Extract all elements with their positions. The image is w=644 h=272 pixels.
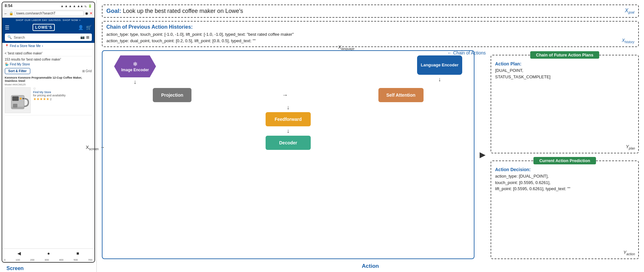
search-input[interactable]: 🔍 Search 📷 ▦ [5, 34, 92, 41]
signal-icon: ▲▲ [77, 4, 83, 8]
bottom-section: Xlanguage ← Chain of Actions Xscreen → ❄… [102, 50, 639, 259]
image-encoder-node: ❄ Image Encoder [114, 55, 156, 77]
future-action-box: Chain of Future Action Plans Action Plan… [491, 55, 639, 153]
search-results-content: < 'best rated coffee maker' 153 results … [2, 49, 94, 248]
chevron-right-icon: › [42, 44, 43, 48]
x-language-label: Xlanguage [338, 44, 355, 51]
screen-label: Screen [6, 266, 24, 271]
future-content-text: [DUAL_POINT,STATUS_TASK_COMPLETE] [495, 67, 634, 80]
svg-point-4 [20, 98, 22, 100]
results-count: 153 results for 'best rated coffee maker… [5, 58, 92, 61]
star-rating: ★★★★★ 2 [33, 97, 66, 101]
promo-banner: SHOP OUR LABOR DAY SAVINGS. SHOP NOW > [2, 18, 94, 23]
decoder-node: Decoder [266, 136, 311, 150]
status-bar: 8:54 ▲ ▲ ▲ ▲ ▲▲ ⊾ 🔋 [2, 2, 94, 9]
store-icon: 🏪 [5, 63, 9, 66]
future-header-wrap: Chain of Future Action Plans [495, 51, 634, 59]
self-attention-node: Self Attention [378, 88, 424, 102]
current-header-wrap: Current Action Prediction [495, 157, 634, 164]
camera-icon[interactable]: 📷 [80, 35, 85, 39]
network-inner: ❄ Image Encoder ↓ Language Encoder ↓ [108, 55, 469, 150]
goal-label: Goal: [106, 8, 121, 14]
refresh-icon[interactable]: ◉ [85, 11, 88, 15]
product-image-area: ♡ Find My Store for pricing and availabi… [5, 87, 92, 113]
language-encoder-node: Language Encoder [417, 55, 462, 75]
product-item: Kenmore Kenmore Programmable 12-Cup Coff… [5, 76, 92, 115]
current-content-text: action_type: [DUAL_POINT], touch_point: … [495, 173, 634, 192]
output-panels: Chain of Future Action Plans Action Plan… [491, 50, 639, 259]
close-icon[interactable]: ✕ [90, 11, 93, 15]
product-find-store[interactable]: Find My Store [33, 91, 66, 94]
search-placeholder: Search [14, 35, 25, 39]
current-action-box: Current Action Prediction Action Decisio… [491, 160, 639, 259]
future-content-label: Action Plan: [495, 61, 634, 66]
product-model: Model #KKCM125 [5, 83, 92, 86]
arrow-sa-ff: ↓ [287, 104, 290, 111]
network-box: Xscreen → ❄ Image Encoder ↓ [102, 50, 474, 259]
wifi-icon: ⊾ [84, 4, 87, 8]
diagram-panel: Goal: Look up the best rated coffee make… [97, 0, 644, 272]
status-icons: ▲ ▲ ▲ ▲ ▲▲ ⊾ 🔋 [61, 4, 92, 8]
goal-box: Goal: Look up the best rated coffee make… [102, 5, 639, 18]
home-button[interactable]: ● [47, 251, 50, 256]
arrow-lang-selfattention: ↓ [438, 76, 441, 83]
phone-panel: 8:54 ▲ ▲ ▲ ▲ ▲▲ ⊾ 🔋 ← 🔒 lowes.com/search… [0, 0, 97, 272]
phone-screen: 8:54 ▲ ▲ ▲ ▲ ▲▲ ⊾ 🔋 ← 🔒 lowes.com/search… [2, 2, 95, 263]
heart-icon[interactable]: ♡ [33, 87, 36, 91]
lowes-nav: ☰ LOWE'S 👤 🛒 [2, 23, 94, 32]
current-content-label: Action Decision: [495, 167, 634, 172]
lock-icon: 🔒 [9, 11, 14, 15]
x-goal: Xgoal [625, 8, 634, 14]
url-bar: ← 🔒 lowes.com/search?searchT ◉ ✕ [2, 9, 94, 18]
grid-toggle[interactable]: ⊞ Grid [82, 69, 92, 73]
status-time: 8:54 [5, 4, 13, 8]
filter-bar: Sort & Filter ⊞ Grid [5, 68, 92, 74]
projection-node: Projection [153, 88, 191, 102]
y-action-label: Yaction [623, 250, 635, 256]
search-icon: 🔍 [7, 35, 12, 39]
arrow-ff-decoder: ↓ [287, 128, 290, 134]
phone-bottom-nav: ◀ ● ■ [2, 248, 94, 258]
language-encoder-column: Language Encoder ↓ [417, 55, 462, 83]
find-my-store-link[interactable]: 🏪 Find My Store [5, 63, 92, 66]
url-text[interactable]: lowes.com/search?searchT [15, 11, 84, 16]
svg-rect-3 [13, 104, 17, 108]
back-icon[interactable]: ← [4, 12, 8, 15]
history-title: Chain of Previous Action Histories: [106, 24, 634, 30]
svg-point-5 [23, 98, 24, 99]
action-label: Action [102, 262, 639, 269]
barcode-icon[interactable]: ▦ [86, 35, 89, 39]
recent-button[interactable]: ■ [76, 251, 79, 256]
x-history: Xhistory [622, 38, 634, 44]
scale-bar: 0100200300400500700 [2, 258, 94, 262]
lowes-logo: LOWE'S [33, 24, 55, 31]
arrow-img-projection: ↓ [134, 79, 137, 85]
snowflake-icon: ❄ [133, 61, 138, 68]
search-bar: 🔍 Search 📷 ▦ [2, 32, 94, 43]
current-action-header: Current Action Prediction [533, 157, 596, 164]
goal-text: Goal: Look up the best rated coffee make… [106, 8, 243, 15]
svg-rect-1 [12, 96, 19, 101]
hamburger-icon[interactable]: ☰ [5, 24, 9, 31]
grid-icon: ⊞ [82, 69, 85, 73]
location-icon: 📍 [5, 44, 9, 48]
product-details: ♡ Find My Store for pricing and availabi… [33, 87, 66, 101]
arrow-to-outputs: ▶ [478, 50, 487, 259]
image-encoder-column: ❄ Image Encoder ↓ [114, 55, 156, 85]
person-icon[interactable]: 👤 [78, 25, 83, 30]
back-button[interactable]: ◀ [17, 251, 21, 256]
sort-filter-button[interactable]: Sort & Filter [5, 68, 30, 74]
middle-row: Projection → Self Attention [108, 88, 469, 102]
x-screen-label: Xscreen → [86, 144, 105, 151]
network-top-row: ❄ Image Encoder ↓ Language Encoder ↓ [108, 55, 469, 85]
history-box: Chain of Previous Action Histories: acti… [102, 21, 639, 47]
product-name: Kenmore Kenmore Programmable 12-Cup Coff… [5, 76, 92, 83]
store-near-me[interactable]: 📍 Find a Store Near Me › [2, 43, 94, 49]
search-action-icons: 📷 ▦ [80, 35, 89, 39]
cart-icon[interactable]: 🛒 [86, 25, 92, 30]
battery-icon: 🔋 [88, 4, 92, 8]
breadcrumb: < 'best rated coffee maker' [5, 51, 92, 56]
arrow-proj-sa: → [282, 92, 288, 99]
nav-icons: 👤 🛒 [78, 25, 92, 30]
triangle-icons: ▲ ▲ ▲ ▲ [61, 4, 76, 8]
